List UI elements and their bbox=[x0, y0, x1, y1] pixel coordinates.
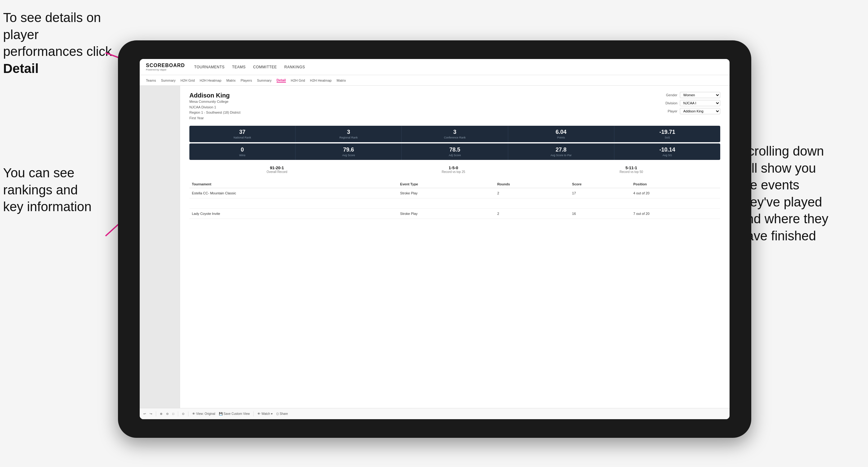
toolbar-share[interactable]: ⟨⟩ Share bbox=[276, 412, 288, 415]
stat-points: 6.04 Points bbox=[508, 126, 614, 142]
avg-score-par-label: Avg Score to Par bbox=[511, 154, 612, 157]
avg-sg-label: Avg SG bbox=[617, 154, 718, 157]
tab-summary[interactable]: Summary bbox=[161, 79, 176, 82]
tab-teams[interactable]: Teams bbox=[146, 79, 156, 82]
toolbar-view-original[interactable]: 👁 View: Original bbox=[192, 412, 215, 415]
tab-detail[interactable]: Detail bbox=[277, 78, 286, 83]
division-label: Division bbox=[665, 101, 677, 105]
annotation-top-left-text: To see details on player performances cl… bbox=[3, 10, 112, 59]
record-top50: 5-11-1 Record vs top 50 bbox=[620, 165, 643, 174]
row1-tournament: Estella CC- Mountain Classic bbox=[189, 188, 398, 198]
toolbar-redo[interactable]: ↪ bbox=[150, 412, 152, 415]
table-header: Tournament Event Type Rounds Score Posit… bbox=[189, 180, 720, 188]
stat-national-rank: 37 National Rank bbox=[189, 126, 296, 142]
stat-adj-score: 78.5 Adj Score bbox=[402, 144, 508, 160]
regional-rank-value: 3 bbox=[298, 129, 399, 135]
overall-record-label: Overall Record bbox=[267, 170, 287, 174]
toolbar-fit[interactable]: □ bbox=[172, 412, 174, 415]
content-area: Addison King Mesa Community College NJCA… bbox=[140, 86, 730, 408]
record-top25: 1-5-0 Record vs top 25 bbox=[442, 165, 465, 174]
row2-event-type bbox=[398, 198, 495, 209]
table-body: Estella CC- Mountain Classic Stroke Play… bbox=[189, 188, 720, 219]
row3-score: 16 bbox=[570, 209, 631, 219]
toolbar-save-custom[interactable]: 💾 Save Custom View bbox=[219, 412, 250, 415]
stats-grid-1: 37 National Rank 3 Regional Rank 3 Confe… bbox=[189, 126, 720, 142]
nav-tournaments[interactable]: TOURNAMENTS bbox=[194, 65, 225, 69]
col-rounds: Rounds bbox=[495, 180, 570, 188]
player-filters: Gender Women Division NJCAA I bbox=[665, 92, 720, 121]
stat-sos: -19.71 SoS bbox=[614, 126, 720, 142]
conference-rank-value: 3 bbox=[404, 129, 505, 135]
national-rank-value: 37 bbox=[192, 129, 293, 135]
tab-h2h-heatmap-2[interactable]: H2H Heatmap bbox=[310, 79, 332, 82]
toolbar-zoom-in[interactable]: ⊕ bbox=[160, 412, 162, 415]
top50-record-value: 5-11-1 bbox=[620, 165, 643, 170]
filter-gender: Gender Women bbox=[666, 92, 720, 98]
row2-tournament bbox=[189, 198, 398, 209]
tournament-table: Tournament Event Type Rounds Score Posit… bbox=[189, 180, 720, 219]
record-overall: 91-20-1 Overall Record bbox=[267, 165, 287, 174]
row1-rounds: 2 bbox=[495, 188, 570, 198]
nav-rankings[interactable]: RANKINGS bbox=[284, 65, 305, 69]
stat-wins: 0 Wins bbox=[189, 144, 296, 160]
overall-record-value: 91-20-1 bbox=[267, 165, 287, 170]
player-school: Mesa Community College bbox=[189, 99, 240, 105]
nav-committee[interactable]: COMMITTEE bbox=[253, 65, 277, 69]
col-event-type: Event Type bbox=[398, 180, 495, 188]
toolbar-undo[interactable]: ↩ bbox=[144, 412, 146, 415]
sub-nav: Teams Summary H2H Grid H2H Heatmap Matri… bbox=[140, 75, 730, 86]
tablet-frame: SCOREBOARD Powered by clippd TOURNAMENTS… bbox=[118, 40, 751, 438]
row3-tournament: Lady Coyote Invite bbox=[189, 209, 398, 219]
adj-score-label: Adj Score bbox=[404, 154, 505, 157]
stats-grid-2: 0 Wins 79.6 Avg Score 78.5 Adj Score 27.… bbox=[189, 144, 720, 160]
tab-summary-2[interactable]: Summary bbox=[257, 79, 272, 82]
table-row: Estella CC- Mountain Classic Stroke Play… bbox=[189, 188, 720, 198]
adj-score-value: 78.5 bbox=[404, 147, 505, 153]
table-row bbox=[189, 198, 720, 209]
annotation-r-5: and where they bbox=[739, 212, 828, 226]
division-select[interactable]: NJCAA I bbox=[680, 100, 720, 106]
nav-items: TOURNAMENTS TEAMS COMMITTEE RANKINGS bbox=[194, 65, 305, 69]
table-row: Lady Coyote Invite Stroke Play 2 16 7 ou… bbox=[189, 209, 720, 219]
stat-conference-rank: 3 Conference Rank bbox=[402, 126, 508, 142]
toolbar-sep-2 bbox=[178, 411, 178, 416]
filter-division: Division NJCAA I bbox=[665, 100, 720, 106]
tab-h2h-heatmap[interactable]: H2H Heatmap bbox=[199, 79, 221, 82]
col-tournament: Tournament bbox=[189, 180, 398, 188]
tab-matrix-2[interactable]: Matrix bbox=[337, 79, 346, 82]
row1-position: 4 out of 20 bbox=[631, 188, 720, 198]
player-info: Addison King Mesa Community College NJCA… bbox=[189, 92, 240, 121]
tab-h2h-grid[interactable]: H2H Grid bbox=[180, 79, 195, 82]
annotation-bl-2: rankings and bbox=[3, 183, 78, 197]
national-rank-label: National Rank bbox=[192, 136, 293, 139]
annotation-top-left: To see details on player performances cl… bbox=[3, 9, 121, 77]
nav-teams[interactable]: TEAMS bbox=[232, 65, 246, 69]
annotation-bl-1: You can see bbox=[3, 165, 74, 180]
logo-subtitle: Powered by clippd bbox=[146, 68, 185, 71]
player-label: Player bbox=[668, 109, 677, 113]
toolbar-time[interactable]: ⊙ bbox=[182, 412, 184, 415]
avg-score-value: 79.6 bbox=[298, 147, 399, 153]
annotation-r-4: they've played bbox=[739, 195, 822, 209]
player-header: Addison King Mesa Community College NJCA… bbox=[189, 92, 720, 121]
tab-h2h-grid-2[interactable]: H2H Grid bbox=[291, 79, 305, 82]
sidebar bbox=[140, 86, 180, 408]
gender-select[interactable]: Women bbox=[680, 92, 720, 98]
avg-score-par-value: 27.8 bbox=[511, 147, 612, 153]
tab-players[interactable]: Players bbox=[241, 79, 252, 82]
sos-value: -19.71 bbox=[617, 129, 718, 135]
stat-avg-score: 79.6 Avg Score bbox=[296, 144, 402, 160]
player-year: First Year bbox=[189, 116, 240, 121]
conference-rank-label: Conference Rank bbox=[404, 136, 505, 139]
records-row: 91-20-1 Overall Record 1-5-0 Record vs t… bbox=[189, 164, 720, 176]
avg-sg-value: -10.14 bbox=[617, 147, 718, 153]
tab-matrix[interactable]: Matrix bbox=[226, 79, 236, 82]
col-position: Position bbox=[631, 180, 720, 188]
player-select[interactable]: Addison King bbox=[680, 108, 720, 114]
toolbar-zoom-out[interactable]: ⊖ bbox=[166, 412, 168, 415]
toolbar-watch[interactable]: 👁 Watch ▾ bbox=[257, 412, 273, 415]
filter-player: Player Addison King bbox=[668, 108, 720, 114]
stat-avg-score-par: 27.8 Avg Score to Par bbox=[508, 144, 614, 160]
stat-regional-rank: 3 Regional Rank bbox=[296, 126, 402, 142]
wins-label: Wins bbox=[192, 154, 293, 157]
